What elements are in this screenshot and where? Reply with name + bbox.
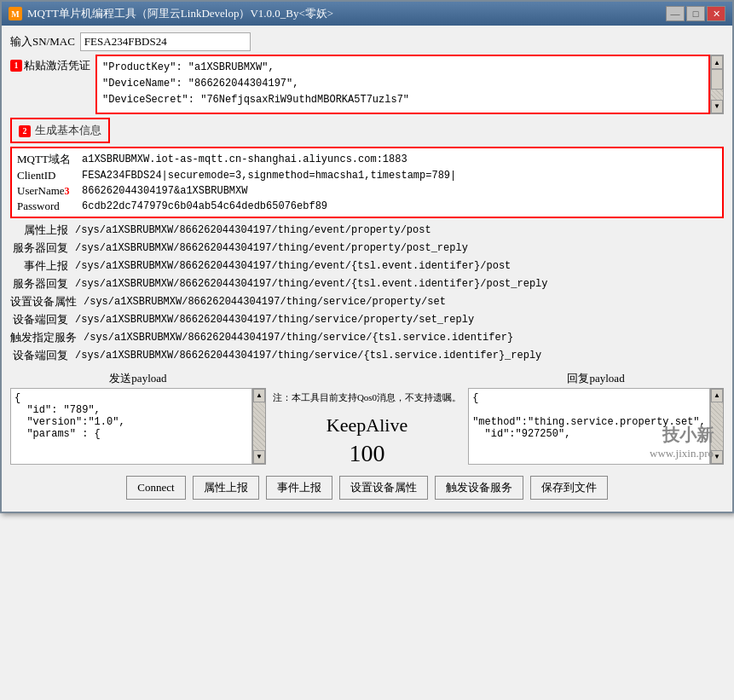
receive-payload-header: 回复payload xyxy=(468,369,724,388)
scroll-up-arrow[interactable]: ▲ xyxy=(711,55,723,69)
server-reply1-value: /sys/a1XSBRUBMXW/866262044304197/thing/e… xyxy=(75,242,724,254)
server-reply2-value: /sys/a1XSBRUBMXW/866262044304197/thing/e… xyxy=(75,278,724,290)
save-button[interactable]: 保存到文件 xyxy=(530,476,608,500)
scroll-thumb[interactable] xyxy=(711,69,723,90)
app-icon: M xyxy=(9,7,22,20)
device-reply2-row: 设备端回复 /sys/a1XSBRUBMXW/866262044304197/t… xyxy=(10,347,724,364)
device-reply2-label: 设备端回复 xyxy=(10,348,72,363)
content-area: 输入SN/MAC 1粘贴激活凭证 "ProductKey": "a1XSBRUB… xyxy=(2,26,732,512)
device-reply1-row: 设备端回复 /sys/a1XSBRUBMXW/866262044304197/t… xyxy=(10,311,724,328)
cred-line2: "DeviceName": "866262044304197", xyxy=(102,76,703,92)
mqtt-domain-row: MQTT域名 a1XSBRUBMXW.iot-as-mqtt.cn-shangh… xyxy=(17,152,717,167)
receive-scroll-up[interactable]: ▲ xyxy=(711,389,723,402)
keepalive-label: KeepAlive xyxy=(327,414,407,437)
trigger-value: /sys/a1XSBRUBMXW/866262044304197/thing/s… xyxy=(84,332,724,344)
server-reply2-row: 服务器回复 /sys/a1XSBRUBMXW/866262044304197/t… xyxy=(10,275,724,292)
set-prop-button[interactable]: 设置设备属性 xyxy=(339,476,428,500)
device-reply1-value: /sys/a1XSBRUBMXW/866262044304197/thing/s… xyxy=(75,314,724,326)
middle-section: 注：本工具目前支持Qos0消息，不支持遗嘱。 KeepAlive 100 xyxy=(266,369,468,467)
watermark: 技小新 www.jixin.pro xyxy=(650,424,714,460)
set-prop-row: 设置设备属性 /sys/a1XSBRUBMXW/866262044304197/… xyxy=(10,293,724,310)
badge-1: 1 xyxy=(10,60,22,72)
server-reply1-label: 服务器回复 xyxy=(10,240,72,256)
mqtt-username-value: 866262044304197&a1XSBRUBMXW xyxy=(82,185,717,197)
sn-mac-label: 输入SN/MAC xyxy=(10,34,75,49)
event-report-row: 事件上报 /sys/a1XSBRUBMXW/866262044304197/th… xyxy=(10,257,724,275)
event-report-value: /sys/a1XSBRUBMXW/866262044304197/thing/e… xyxy=(75,260,724,272)
mqtt-clientid-row: ClientID FESA234FBDS24|securemode=3,sign… xyxy=(17,169,717,182)
note-text: 注：本工具目前支持Qos0消息，不支持遗嘱。 xyxy=(273,391,461,404)
send-scroll-track xyxy=(253,402,265,450)
server-reply2-label: 服务器回复 xyxy=(10,276,72,292)
mqtt-password-row: Password 6cdb22dc747979c6b04ab54c64dedb6… xyxy=(17,200,717,213)
credentials-label: 1粘贴激活凭证 xyxy=(10,58,90,73)
watermark-name: 技小新 xyxy=(650,424,714,447)
server-reply1-row: 服务器回复 /sys/a1XSBRUBMXW/866262044304197/t… xyxy=(10,240,724,257)
send-payload-textarea[interactable]: { "id": "789", "version":"1.0", "params"… xyxy=(10,388,252,465)
send-payload-scrollbar[interactable]: ▲ ▼ xyxy=(252,388,266,465)
gen-basic-info-button[interactable]: 2 生成基本信息 xyxy=(10,118,110,143)
title-bar: M MQTT单片机编程工具（阿里云LinkDevelop）V1.0.0_By<零… xyxy=(2,2,732,26)
mqtt-domain-value: a1XSBRUBMXW.iot-as-mqtt.cn-shanghai.aliy… xyxy=(82,153,717,165)
sn-mac-input[interactable] xyxy=(80,32,251,51)
window-title: MQTT单片机编程工具（阿里云LinkDevelop）V1.0.0_By<零妖> xyxy=(27,6,666,21)
main-window: M MQTT单片机编程工具（阿里云LinkDevelop）V1.0.0_By<零… xyxy=(0,0,734,513)
close-button[interactable]: ✕ xyxy=(707,6,725,21)
badge-3: 3 xyxy=(65,185,70,198)
mqtt-username-row: UserName3 866262044304197&a1XSBRUBMXW xyxy=(17,184,717,198)
send-scroll-up[interactable]: ▲ xyxy=(253,389,265,402)
connect-button[interactable]: Connect xyxy=(126,476,185,500)
device-reply2-value: /sys/a1XSBRUBMXW/866262044304197/thing/s… xyxy=(75,350,724,362)
gen-btn-row: 2 生成基本信息 xyxy=(10,118,724,143)
cred-line1: "ProductKey": "a1XSBRUBMXW", xyxy=(102,60,703,76)
badge-2: 2 xyxy=(19,125,31,137)
window-controls: — □ ✕ xyxy=(666,6,725,21)
mqtt-section: MQTT域名 a1XSBRUBMXW.iot-as-mqtt.cn-shangh… xyxy=(10,147,724,218)
trigger-label: 触发指定服务 xyxy=(10,330,80,345)
send-scroll-down[interactable]: ▼ xyxy=(253,450,265,464)
prop-report-row: 属性上报 /sys/a1XSBRUBMXW/866262044304197/th… xyxy=(10,222,724,239)
trigger-button[interactable]: 触发设备服务 xyxy=(435,476,523,500)
mqtt-domain-label: MQTT域名 xyxy=(17,152,78,167)
bottom-area: 发送payload { "id": "789", "version":"1.0"… xyxy=(10,369,724,467)
scroll-track xyxy=(711,69,723,100)
action-buttons: Connect 属性上报 事件上报 设置设备属性 触发设备服务 保存到文件 xyxy=(10,471,724,505)
credentials-scrollbar[interactable]: ▲ ▼ xyxy=(710,55,724,114)
mqtt-clientid-label: ClientID xyxy=(17,169,78,182)
topics-section: 属性上报 /sys/a1XSBRUBMXW/866262044304197/th… xyxy=(10,222,724,364)
sn-mac-row: 输入SN/MAC xyxy=(10,32,724,51)
cred-line3: "DeviceSecret": "76NefjqsaxRiW9uthdMBORK… xyxy=(102,92,703,108)
prop-report-label: 属性上报 xyxy=(10,223,72,238)
set-prop-label: 设置设备属性 xyxy=(10,294,80,310)
prop-report-value: /sys/a1XSBRUBMXW/866262044304197/thing/e… xyxy=(75,224,724,236)
maximize-button[interactable]: □ xyxy=(686,6,705,21)
device-reply1-label: 设备端回复 xyxy=(10,312,72,327)
minimize-button[interactable]: — xyxy=(666,6,685,21)
prop-report-button[interactable]: 属性上报 xyxy=(193,476,259,500)
mqtt-username-label: UserName3 xyxy=(17,184,78,198)
credentials-textarea[interactable]: "ProductKey": "a1XSBRUBMXW", "DeviceName… xyxy=(95,55,710,114)
watermark-url: www.jixin.pro xyxy=(650,447,714,460)
scroll-down-arrow[interactable]: ▼ xyxy=(711,100,723,113)
send-payload-area: 发送payload { "id": "789", "version":"1.0"… xyxy=(10,369,266,465)
event-report-label: 事件上报 xyxy=(10,258,72,274)
set-prop-value: /sys/a1XSBRUBMXW/866262044304197/thing/s… xyxy=(84,296,724,308)
send-payload-header: 发送payload xyxy=(10,369,266,388)
event-report-button[interactable]: 事件上报 xyxy=(266,476,332,500)
mqtt-password-value: 6cdb22dc747979c6b04ab54c64dedb65076ebf89 xyxy=(82,200,717,212)
trigger-row: 触发指定服务 /sys/a1XSBRUBMXW/866262044304197/… xyxy=(10,329,724,346)
credentials-row: 1粘贴激活凭证 "ProductKey": "a1XSBRUBMXW", "De… xyxy=(10,55,724,114)
mqtt-clientid-value: FESA234FBDS24|securemode=3,signmethod=hm… xyxy=(82,170,717,182)
keepalive-value: 100 xyxy=(350,440,385,467)
mqtt-password-label: Password xyxy=(17,200,78,213)
